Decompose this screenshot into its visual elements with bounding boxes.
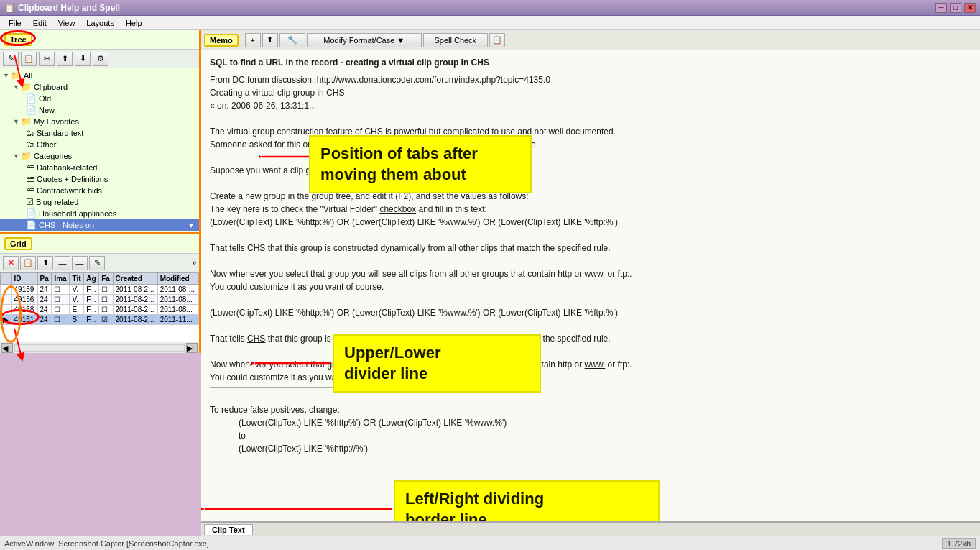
- left-bottom-scrollbar[interactable]: ◀ ▶: [0, 342, 199, 353]
- right-btn-up[interactable]: ⬆: [262, 33, 278, 47]
- table-cell: 2011-11...: [157, 315, 198, 325]
- table-cell: S.: [70, 315, 84, 325]
- titlebar: 📋 Clipboard Help and Spell ─ □ ✕: [0, 0, 980, 16]
- statusbar: ActiveWindow: Screenshot Captor [Screens…: [0, 536, 980, 550]
- table-row[interactable]: ▶4916124☐S.F...☑2011-08-2...2011-11...: [1, 315, 199, 325]
- tree-label-standardtext: Standard text: [37, 129, 83, 137]
- table-cell: ☐: [52, 305, 70, 315]
- grid-btn-4[interactable]: —: [55, 256, 70, 270]
- table-cell: 24: [37, 315, 52, 325]
- app-icon: 📋: [4, 3, 15, 13]
- scroll-track[interactable]: [14, 344, 185, 352]
- maximize-button[interactable]: □: [950, 3, 961, 13]
- tree-item-standardtext[interactable]: 🗂 Standard text: [0, 127, 199, 139]
- right-content[interactable]: SQL to find a URL in the record - creati…: [201, 50, 980, 521]
- window-controls: ─ □ ✕: [935, 3, 976, 13]
- size-badge: 1.72kb: [942, 538, 976, 549]
- tree-item-quotes[interactable]: 🗃 Quotes + Definitions: [0, 173, 199, 185]
- app-title: Clipboard Help and Spell: [18, 3, 120, 13]
- tree-btn-3[interactable]: ✂: [39, 52, 55, 66]
- tree-btn-1[interactable]: ✎: [3, 52, 19, 66]
- tree-btn-4[interactable]: ⬆: [57, 52, 73, 66]
- tree-item-household[interactable]: 📄 Household appliances: [0, 208, 199, 219]
- col-pa[interactable]: Pa: [37, 273, 52, 285]
- tree-btn-2[interactable]: 📋: [21, 52, 37, 66]
- menu-edit[interactable]: Edit: [27, 17, 52, 29]
- table-cell: ☐: [99, 295, 113, 305]
- tree-item-contractwork[interactable]: 🗃 Contract/work bids: [0, 185, 199, 196]
- col-tit[interactable]: Tit: [70, 273, 84, 285]
- tree-item-clipboard[interactable]: ▼ 📁 Clipboard: [0, 81, 199, 93]
- table-cell: V.: [70, 295, 84, 305]
- tree-item-chs-notes[interactable]: 📄 CHS - Notes on ▼: [0, 219, 199, 231]
- table-cell: 2011-08...: [157, 295, 198, 305]
- col-created[interactable]: Created: [113, 273, 157, 285]
- tree-arrow-categories: ▼: [13, 152, 19, 160]
- folder-icon-other: 🗂: [26, 139, 34, 150]
- grid-btn-6[interactable]: ✎: [89, 256, 105, 270]
- tree-btn-5[interactable]: ⬇: [75, 52, 91, 66]
- grid-btn-2[interactable]: 📋: [20, 256, 36, 270]
- content-line-16: You could customize it as you want of co…: [210, 371, 971, 384]
- menu-help[interactable]: Help: [120, 17, 148, 29]
- grid-table-container[interactable]: ID Pa Ima Tit Ag Fa Created Modified: [0, 272, 199, 342]
- menu-layouts[interactable]: Layouts: [80, 17, 120, 29]
- col-ima[interactable]: Ima: [52, 273, 70, 285]
- tree-label-new: New: [39, 106, 55, 114]
- table-row[interactable]: 4915824☐E.F...☐2011-08-2...2011-08...: [1, 305, 199, 315]
- menubar: File Edit View Layouts Help: [0, 16, 980, 30]
- tree-label-contract: Contract/work bids: [37, 186, 102, 195]
- grid-btn-3[interactable]: ⬆: [37, 256, 53, 270]
- tree-item-myfavorites[interactable]: ▼ 📁 My Favorites: [0, 116, 199, 127]
- col-ag[interactable]: Ag: [84, 273, 99, 285]
- bottom-bar: Clip Text: [201, 521, 980, 536]
- grid-expand-btn[interactable]: »: [192, 259, 196, 267]
- clip-text-tab[interactable]: Clip Text: [204, 524, 253, 535]
- scroll-left-btn[interactable]: ◀: [1, 343, 13, 353]
- table-row[interactable]: 4915624☐V.F...☐2011-08-2...2011-08...: [1, 295, 199, 305]
- content-line-17: To reduce false positives, change:: [210, 403, 971, 416]
- table-cell: [1, 285, 12, 295]
- tree-item-new[interactable]: 📄 New: [0, 104, 199, 116]
- content-line-13: (Lower(ClipText) LIKE '%http:%') OR (Low…: [210, 306, 971, 319]
- grid-btn-1[interactable]: ✕: [3, 256, 19, 270]
- menu-view[interactable]: View: [52, 17, 81, 29]
- tree-item-other[interactable]: 🗂 Other: [0, 139, 199, 150]
- table-row[interactable]: 4915924☐V.F...☐2011-08-2...2011-08-...: [1, 285, 199, 295]
- menu-file[interactable]: File: [3, 17, 27, 29]
- folder-icon-categories: 📁: [21, 151, 32, 161]
- minimize-button[interactable]: ─: [935, 3, 947, 13]
- tree-item-databank[interactable]: 🗃 Databank-related: [0, 162, 199, 173]
- right-btn-format[interactable]: 🔧: [279, 33, 305, 47]
- right-btn-add[interactable]: +: [245, 33, 261, 47]
- tree-item-old[interactable]: 📄 Old: [0, 93, 199, 104]
- col-id[interactable]: ID: [11, 273, 37, 285]
- tree-panel: Tree ✎ 📋 ✂ ⬆ ⬇ ⚙ ▼ 📁: [0, 30, 199, 234]
- content-code-2: to: [210, 429, 971, 442]
- right-btn-extra[interactable]: 📋: [489, 33, 505, 47]
- tree-item-all[interactable]: ▼ 📁 All: [0, 70, 199, 81]
- folder-icon-clipboard: 📁: [21, 82, 32, 92]
- tree-btn-6[interactable]: ⚙: [93, 52, 108, 66]
- col-modified[interactable]: Modified: [157, 273, 198, 285]
- table-cell: F...: [84, 305, 99, 315]
- tree-item-categories[interactable]: ▼ 📁 Categories: [0, 150, 199, 162]
- folder-icon-favorites: 📁: [21, 116, 32, 127]
- tree-label-quotes: Quotes + Definitions: [37, 175, 108, 183]
- right-btn-spell[interactable]: Spell Check: [423, 33, 488, 47]
- check-icon-blog: ☑: [26, 197, 34, 207]
- content-code-3: (Lower(ClipText) LIKE '%http://%'): [210, 442, 971, 455]
- close-button[interactable]: ✕: [964, 3, 976, 13]
- tree-content[interactable]: ▼ 📁 All ▼ 📁 Clipboard 📄 Old: [0, 68, 199, 232]
- tree-item-blog[interactable]: ☑ Blog-related: [0, 196, 199, 208]
- right-btn-edit[interactable]: Modify Format/Case ▼: [307, 33, 422, 47]
- col-fa[interactable]: Fa: [99, 273, 113, 285]
- table-cell: [1, 295, 12, 305]
- db-icon-contract: 🗃: [26, 185, 34, 196]
- table-cell: 2011-08-2...: [113, 305, 157, 315]
- grid-btn-5[interactable]: —: [72, 256, 88, 270]
- tree-arrow-clipboard: ▼: [13, 83, 19, 91]
- scroll-right-btn[interactable]: ▶: [186, 343, 198, 353]
- table-cell: F...: [84, 315, 99, 325]
- annotation-left-right: Left/Right dividingborder line.: [394, 480, 660, 521]
